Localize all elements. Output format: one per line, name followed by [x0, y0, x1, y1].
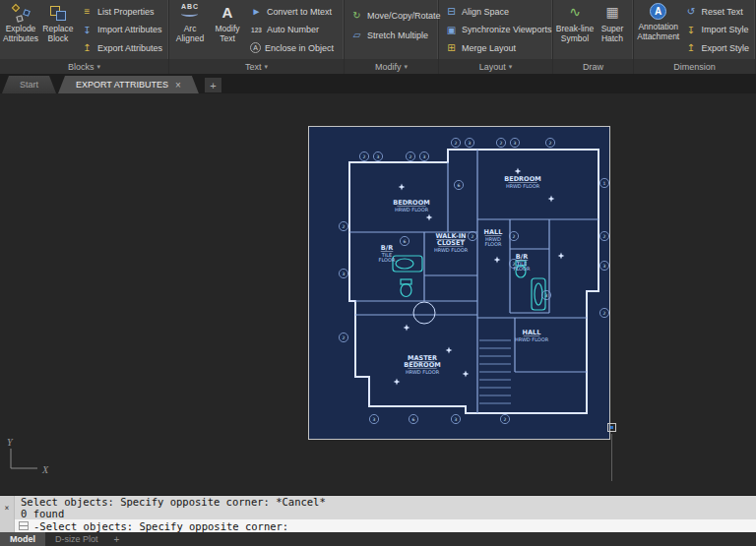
svg-text:2: 2	[343, 224, 346, 229]
import-attributes-label: Import Attributes	[97, 25, 162, 34]
svg-text:2: 2	[513, 234, 516, 239]
svg-text:HRWD FLOOR: HRWD FLOOR	[515, 336, 549, 342]
panel-label-draw[interactable]: Draw	[553, 59, 633, 74]
svg-text:3: 3	[455, 417, 458, 422]
synchronize-viewports-label: Synchronize Viewports	[462, 25, 551, 34]
explode-attributes-button[interactable]: Explode Attributes	[2, 1, 39, 58]
explode-attributes-label-2: Attributes	[3, 34, 38, 44]
panel-label-text-text: Text	[245, 62, 262, 72]
export-attributes-label: Export Attributes	[97, 43, 162, 53]
svg-text:B/R: B/R	[516, 253, 528, 261]
exploding-block-icon	[11, 3, 31, 23]
stretch-multiple-label: Stretch Multiple	[367, 30, 428, 40]
convert-to-mtext-button[interactable]: ► Convert to Mtext	[248, 4, 336, 19]
export-style-label: Export Style	[701, 43, 749, 53]
tab-start[interactable]: Start	[2, 76, 56, 93]
ribbon-panel-dimension: A Annotation Attachment ↺ Reset Text ↧ I…	[634, 0, 756, 74]
panel-expand-arrow: ▾	[265, 63, 269, 71]
layout-tab-dsize-plot[interactable]: D-size Plot	[45, 532, 108, 546]
merge-layout-button[interactable]: ⊞ Merge Layout	[443, 40, 553, 55]
svg-text:3: 3	[545, 293, 548, 298]
tab-export-attributes-label: EXPORT ATTRIBUTES	[76, 80, 168, 90]
breakline-symbol-button[interactable]: ∿ Break-line Symbol	[555, 1, 595, 58]
svg-text:6: 6	[412, 417, 415, 422]
svg-text:2: 2	[410, 154, 412, 159]
panel-label-text[interactable]: Text ▾	[169, 59, 344, 74]
move-copy-rotate-label: Move/Copy/Rotate	[367, 11, 441, 21]
breakline-label-2: Symbol	[561, 34, 589, 44]
export-style-icon: ↥	[684, 41, 697, 54]
svg-text:3: 3	[377, 154, 380, 159]
ucs-icon: Y X	[2, 436, 57, 477]
svg-text:HRWD FLOOR: HRWD FLOOR	[406, 369, 440, 375]
command-prompt-icon	[19, 521, 29, 530]
svg-text:2: 2	[472, 234, 474, 239]
file-tab-bar: Start EXPORT ATTRIBUTES × +	[0, 74, 756, 93]
tab-close-icon[interactable]: ×	[175, 80, 181, 91]
command-input-row[interactable]: -Select objects: Specify opposite corner…	[15, 519, 756, 532]
annotation-a-icon: A	[650, 3, 666, 20]
svg-text:6: 6	[404, 239, 407, 244]
panel-label-modify[interactable]: Modify ▾	[345, 59, 438, 74]
panel-expand-arrow: ▾	[97, 63, 101, 71]
command-history-line-2: 0 found	[21, 508, 756, 519]
command-input-text[interactable]: -Select objects: Specify opposite corner…	[33, 520, 288, 532]
tab-export-attributes[interactable]: EXPORT ATTRIBUTES ×	[58, 76, 199, 93]
synchronize-viewports-button[interactable]: ▣ Synchronize Viewports	[443, 23, 553, 37]
move-copy-rotate-button[interactable]: ↻ Move/Copy/Rotate	[348, 8, 443, 23]
panel-label-dimension[interactable]: Dimension	[634, 59, 755, 74]
ribbon-panel-draw: ∿ Break-line Symbol ▦ Super Hatch Draw	[553, 0, 634, 74]
annotation-attachment-button[interactable]: A Annotation Attachment	[636, 1, 680, 58]
panel-label-modify-text: Modify	[375, 62, 402, 72]
import-style-button[interactable]: ↧ Import Style	[682, 23, 751, 37]
svg-text:FLOOR: FLOOR	[379, 257, 396, 263]
crosshair-line	[611, 434, 612, 481]
svg-text:HALL: HALL	[484, 228, 503, 236]
align-space-button[interactable]: ⊟ Align Space	[443, 4, 553, 19]
import-style-icon: ↧	[684, 24, 697, 36]
move-copy-rotate-icon: ↻	[350, 9, 363, 22]
ribbon-panel-layout: ⊟ Align Space ▣ Synchronize Viewports ⊞ …	[439, 0, 553, 74]
import-attributes-button[interactable]: ↧ Import Attributes	[79, 23, 164, 37]
command-history: Select objects: Specify opposite corner:…	[15, 496, 756, 519]
align-space-icon: ⊟	[445, 5, 458, 18]
command-history-line-1: Select objects: Specify opposite corner:…	[21, 496, 756, 508]
command-close-button[interactable]: ×	[0, 496, 15, 532]
align-space-label: Align Space	[462, 7, 509, 17]
drawing-area[interactable]: BEDROOMHRWD FLOORBEDROOMHRWD FLOORWALK-I…	[0, 93, 756, 495]
arc-text-icon: ABC	[181, 3, 199, 23]
svg-text:3: 3	[603, 264, 606, 269]
ribbon-panel-modify: ↻ Move/Copy/Rotate ▱ Stretch Multiple Mo…	[345, 0, 439, 74]
superhatch-icon: ▦	[605, 3, 618, 23]
arc-aligned-button[interactable]: ABC Arc Aligned	[171, 1, 209, 58]
reset-text-button[interactable]: ↺ Reset Text	[682, 4, 751, 19]
enclose-in-object-label: Enclose in Object	[265, 43, 334, 53]
ribbon: Explode Attributes Replace Block ≡ List …	[0, 0, 756, 74]
new-drawing-tab-button[interactable]: +	[205, 78, 221, 92]
new-layout-button[interactable]: +	[108, 532, 126, 546]
super-hatch-label-2: Hatch	[601, 34, 623, 44]
stretch-multiple-button[interactable]: ▱ Stretch Multiple	[348, 28, 443, 42]
super-hatch-button[interactable]: ▦ Super Hatch	[595, 1, 630, 58]
stretch-multiple-icon: ▱	[350, 29, 363, 41]
ucs-y-label: Y	[7, 437, 14, 448]
floor-plan-viewport[interactable]: BEDROOMHRWD FLOORBEDROOMHRWD FLOORWALK-I…	[308, 126, 610, 440]
modify-text-button[interactable]: A Modify Text	[209, 1, 246, 58]
export-attributes-button[interactable]: ↥ Export Attributes	[79, 40, 164, 55]
replace-block-button[interactable]: Replace Block	[39, 1, 77, 58]
plan-sheet-border	[309, 127, 610, 440]
svg-text:2: 2	[343, 335, 346, 340]
svg-text:BEDROOM: BEDROOM	[504, 175, 540, 183]
svg-text:3: 3	[373, 417, 376, 422]
panel-label-layout[interactable]: Layout ▾	[439, 59, 552, 74]
list-properties-button[interactable]: ≡ List Properties	[79, 4, 164, 19]
auto-number-button[interactable]: 123 Auto Number	[248, 23, 336, 37]
panel-label-blocks[interactable]: Blocks ▾	[0, 59, 168, 74]
svg-text:CLOSET: CLOSET	[437, 239, 465, 247]
svg-text:BEDROOM: BEDROOM	[404, 361, 440, 369]
svg-text:2: 2	[549, 141, 552, 146]
svg-text:1: 1	[603, 181, 606, 186]
enclose-in-object-button[interactable]: A Enclose in Object	[248, 40, 336, 55]
export-style-button[interactable]: ↥ Export Style	[682, 40, 751, 55]
model-tab[interactable]: Model	[0, 532, 45, 546]
